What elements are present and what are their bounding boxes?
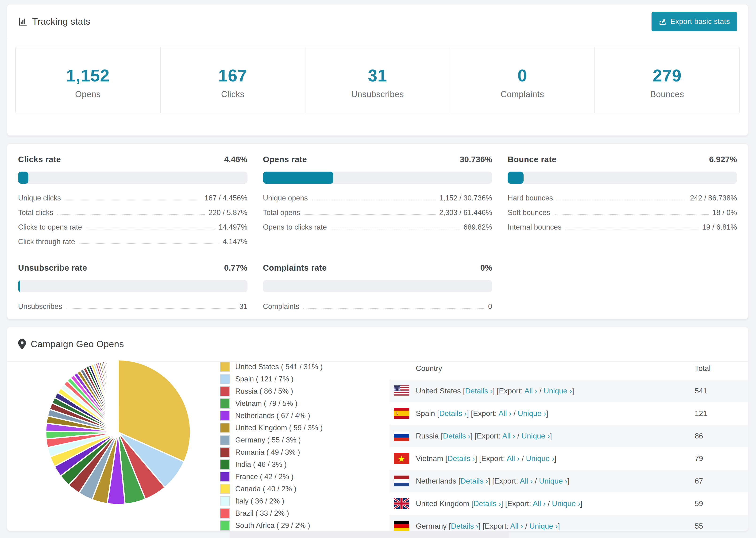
clicks-rate-progress-fill [18,172,28,184]
export-unique-link[interactable]: Unique › [552,499,580,508]
dotted-leader [66,308,236,309]
dotted-leader [303,308,484,309]
table-row-nl: Netherlands [Details ›] [Export: All › /… [390,470,748,492]
export-unique-link[interactable]: Unique › [518,409,546,418]
details-link[interactable]: Details › [460,477,488,485]
detail-row: Soft bounces18 / 0% [508,205,737,220]
geo-header: Campaign Geo Opens [7,327,748,362]
detail-label: Complaints [263,302,299,311]
summary-cell-bounces: 279Bounces [595,47,739,113]
geo-pie-chart [43,357,193,507]
export-unique-link[interactable]: Unique › [544,387,572,395]
country-cell: Spain [Details ›] [Export: All › / Uniqu… [416,409,695,418]
total-cell: 121 [695,409,748,418]
legend-item-india: India ( 46 / 3% ) [220,459,323,470]
clicks-rate-progress-bar [18,172,247,184]
country-cell: Russia [Details ›] [Export: All › / Uniq… [416,432,695,440]
table-row-vn: Vietnam [Details ›] [Export: All › / Uni… [390,447,748,470]
dotted-leader [331,229,460,229]
table-row-gb: United Kingdom [Details ›] [Export: All … [390,492,748,515]
legend-item-russia: Russia ( 86 / 5% ) [220,386,323,397]
table-row-ru: Russia [Details ›] [Export: All › / Uniq… [390,425,748,447]
export-unique-link[interactable]: Unique › [529,522,558,530]
flag-es-icon [390,408,416,419]
export-all-link[interactable]: All › [502,432,515,440]
export-unique-link[interactable]: Unique › [521,432,550,440]
export-unique-link[interactable]: Unique › [526,454,554,463]
total-cell: 86 [695,432,748,440]
export-all-link[interactable]: All › [524,387,537,395]
detail-label: Soft bounces [508,208,550,217]
export-icon [659,18,667,26]
legend-swatch [220,520,230,531]
clicks-rate-block: Clicks rate4.46%Unique clicks167 / 4.456… [18,155,247,249]
details-link[interactable]: Details › [439,409,467,418]
legend-label: Brazil ( 33 / 2% ) [235,509,289,517]
complaints-rate-progress-bar [263,280,492,292]
opens-rate-value: 30.736% [460,155,492,164]
export-basic-stats-button[interactable]: Export basic stats [652,12,737,31]
detail-row: Complaints0 [263,299,492,314]
details-link[interactable]: Details › [451,522,478,530]
complaints-rate-value: 0% [480,263,492,273]
summary-value: 167 [161,66,305,85]
details-link[interactable]: Details › [448,454,475,463]
flag-ru-icon [390,430,416,441]
legend-label: United States ( 541 / 31% ) [235,363,323,371]
legend-swatch [220,398,230,409]
legend-swatch [220,386,230,397]
unsubscribe-rate-progress-bar [18,280,247,292]
unsubscribe-rate-block: Unsubscribe rate0.77%Unsubscribes31 [18,263,247,314]
legend-item-united-kingdom: United Kingdom ( 59 / 3% ) [220,423,323,433]
legend-swatch [220,362,230,372]
details-link[interactable]: Details › [473,499,501,508]
legend-swatch [220,484,230,494]
detail-label: Total opens [263,208,300,217]
detail-label: Unique opens [263,194,308,202]
complaints-rate-title: Complaints rate [263,263,327,273]
country-name: Vietnam [416,454,443,463]
legend-item-canada: Canada ( 40 / 2% ) [220,484,323,494]
opens-rate-progress-fill [263,172,333,184]
dotted-leader [566,229,698,229]
dotted-leader [79,243,219,244]
legend-item-romania: Romania ( 49 / 3% ) [220,447,323,457]
country-name: Spain [416,409,435,418]
country-name: Germany [416,522,447,530]
detail-value: 4.147% [223,238,247,246]
details-link[interactable]: Details › [443,432,470,440]
export-all-link[interactable]: All › [507,454,519,463]
opens-rate-progress-bar [263,172,492,184]
detail-row: Opens to clicks rate689.82% [263,220,492,235]
campaign-geo-opens-card: Campaign Geo Opens United States ( 541 /… [7,327,748,531]
geo-table-header-row: Country Total [390,357,748,380]
summary-value: 279 [595,66,739,85]
legend-label: South Africa ( 29 / 2% ) [235,521,310,530]
country-column-header: Country [416,364,695,373]
detail-value: 0 [488,302,492,311]
export-all-link[interactable]: All › [499,409,512,418]
legend-swatch [220,471,230,482]
summary-row: 1,152Opens167Clicks31Unsubscribes0Compla… [15,47,740,113]
map-marker-icon [18,339,26,349]
detail-value: 31 [239,302,247,311]
complaints-rate-block: Complaints rate0%Complaints0 [263,263,492,314]
geo-pie-legend: United States ( 541 / 31% )Spain ( 121 /… [220,362,323,531]
tracking-stats-card: Tracking stats Export basic stats 1,152O… [7,4,748,136]
legend-item-netherlands: Netherlands ( 67 / 4% ) [220,410,323,421]
detail-row: Clicks to opens rate14.497% [18,220,247,235]
unsubscribe-rate-value: 0.77% [224,263,247,273]
export-unique-link[interactable]: Unique › [539,477,567,485]
country-cell: United States [Details ›] [Export: All ›… [416,387,695,395]
country-cell: Netherlands [Details ›] [Export: All › /… [416,477,695,485]
detail-label: Clicks to opens rate [18,223,82,232]
bounce-rate-block: Bounce rate6.927%Hard bounces242 / 86.73… [508,155,737,249]
export-all-link[interactable]: All › [533,499,546,508]
country-cell: Vietnam [Details ›] [Export: All › / Uni… [416,454,695,463]
export-all-link[interactable]: All › [510,522,523,530]
export-all-link[interactable]: All › [520,477,533,485]
details-link[interactable]: Details › [465,387,493,395]
dotted-leader [57,214,205,215]
country-cell: Germany [Details ›] [Export: All › / Uni… [416,522,695,530]
legend-swatch [220,410,230,421]
